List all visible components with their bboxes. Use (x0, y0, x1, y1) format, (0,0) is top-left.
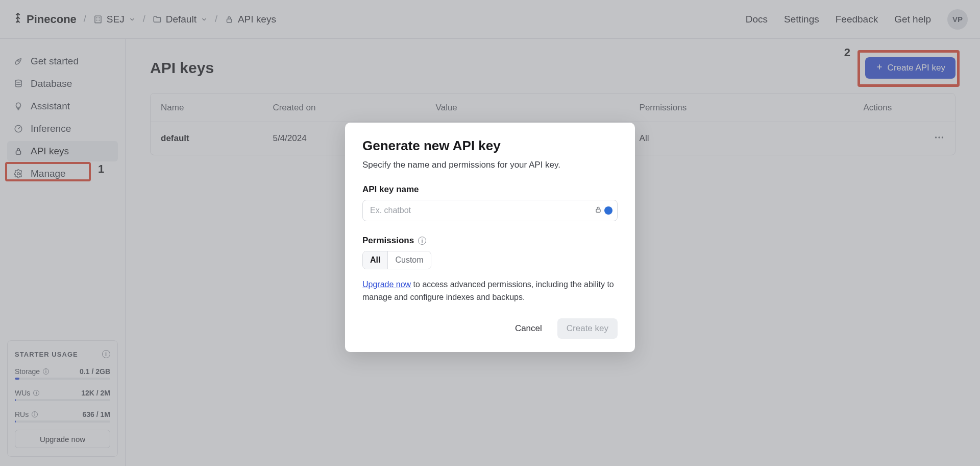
modal-overlay[interactable]: Generate new API key Specify the name an… (0, 0, 980, 466)
permissions-label: Permissions i (362, 236, 618, 246)
svg-rect-9 (596, 209, 600, 212)
lock-icon (594, 205, 602, 216)
suggestion-icon[interactable] (604, 206, 612, 215)
api-key-name-input-wrap (362, 200, 618, 221)
permissions-all[interactable]: All (363, 251, 387, 269)
modal-title: Generate new API key (362, 138, 618, 154)
modal-actions: Cancel Create key (362, 318, 618, 339)
api-key-name-label: API key name (362, 184, 618, 195)
api-key-name-input[interactable] (362, 200, 618, 221)
upgrade-link[interactable]: Upgrade now (362, 280, 411, 289)
modal-subtitle: Specify the name and permissions for you… (362, 160, 618, 170)
permissions-custom[interactable]: Custom (387, 251, 430, 269)
upgrade-note: Upgrade now to access advanced permissio… (362, 278, 618, 304)
create-key-button[interactable]: Create key (557, 318, 618, 339)
cancel-button[interactable]: Cancel (510, 319, 547, 338)
permissions-toggle: All Custom (362, 251, 431, 269)
generate-api-key-modal: Generate new API key Specify the name an… (345, 123, 635, 352)
info-icon[interactable]: i (418, 237, 426, 245)
